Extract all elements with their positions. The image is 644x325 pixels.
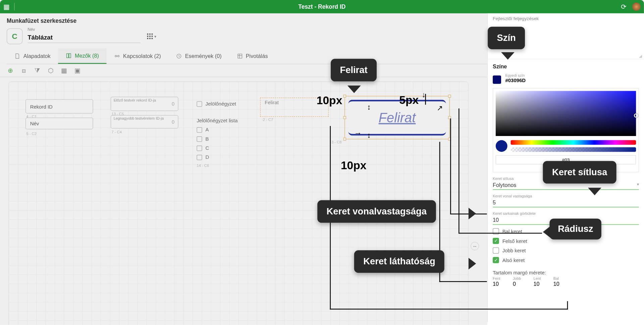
gradient-cursor[interactable]: [634, 114, 638, 118]
color-picker[interactable]: He: [493, 88, 639, 172]
name-field: Név: [28, 29, 140, 43]
svg-rect-8: [151, 38, 153, 39]
document-icon: [14, 53, 20, 59]
divider: [14, 3, 14, 10]
svg-rect-2: [151, 34, 153, 35]
callout-radiusz: Rádiusz: [549, 218, 601, 239]
window-title: Teszt - Rekord ID: [298, 3, 345, 10]
anno-line: [439, 281, 487, 282]
callout-arrow: [469, 208, 476, 219]
svg-rect-10: [69, 54, 71, 58]
warning-icon[interactable]: ⬡: [47, 67, 54, 74]
anno-line: [567, 301, 568, 310]
svg-rect-7: [149, 38, 150, 39]
checkbox-icon: [197, 101, 202, 107]
svg-rect-15: [238, 54, 242, 58]
svg-rect-3: [147, 36, 148, 37]
anno-line: [330, 309, 568, 309]
margin-title: Tartalom margó mérete:: [488, 267, 644, 277]
relations-icon: [114, 53, 120, 59]
anno-10px: 10px: [341, 159, 367, 173]
hex-value: #03096D: [505, 78, 526, 83]
field-prev-sibling[interactable]: Előző testvér rekord ID-ja 0: [111, 97, 178, 111]
hue-slider[interactable]: [511, 140, 636, 145]
anno-arrow-down: ↓: [422, 91, 425, 98]
callout-arrow: [469, 258, 476, 269]
anno-10px: 10px: [317, 94, 342, 107]
checkbox-field[interactable]: Jelölőnégyzet: [197, 101, 236, 107]
name-input[interactable]: [28, 29, 140, 43]
checkbox-icon: [493, 247, 499, 254]
margin-left[interactable]: Bal10: [553, 276, 559, 287]
name-label: Név: [28, 27, 35, 32]
crop-icon[interactable]: ⧈: [20, 67, 28, 74]
app-menu-icon[interactable]: ▦: [3, 3, 12, 11]
chevron-down-icon: ▾: [154, 34, 156, 39]
chevron-down-icon: ▾: [637, 182, 639, 188]
table-icon[interactable]: ▦: [60, 67, 67, 74]
list-item[interactable]: B: [197, 136, 209, 142]
anno-arrow-upright: ↗: [437, 104, 443, 112]
anno-5px: 5px: [399, 94, 419, 107]
svg-point-11: [115, 55, 117, 57]
border-right-check[interactable]: Jobb keret: [493, 247, 639, 254]
coord-label: 14 - C6: [197, 164, 209, 168]
fields-icon: [66, 53, 72, 59]
border-width-field[interactable]: Keret vonal vastagsága 5: [488, 192, 644, 207]
svg-rect-5: [151, 36, 153, 37]
field-record-id[interactable]: Rekord ID: [25, 99, 93, 113]
anno-line: [459, 109, 459, 234]
coord-label: ·2 - C7: [262, 118, 273, 122]
svg-point-12: [118, 55, 119, 57]
org-badge[interactable]: C: [7, 28, 22, 44]
tab-pivot[interactable]: Pivotálás: [229, 49, 275, 64]
margin-top[interactable]: Fent10: [493, 276, 500, 287]
layout-grid-button[interactable]: ▾: [145, 30, 157, 42]
pivot-icon: [236, 53, 243, 59]
component-icon[interactable]: ▣: [73, 67, 81, 74]
callout-arrow: [347, 85, 361, 93]
color-section-title: Színe: [488, 59, 644, 71]
anno-arrow-right: →: [354, 129, 362, 137]
field-oldest-sibling[interactable]: Legnagyobb testvérelem ID-ja 0: [111, 115, 178, 129]
tab-relations[interactable]: Kapcsolatok (2): [106, 49, 168, 64]
margin-right[interactable]: Jobb0: [513, 276, 521, 287]
anno-arrow-updown: ↕: [367, 131, 371, 139]
anno-line: [459, 233, 542, 234]
current-color-dot: [496, 140, 507, 152]
alpha-slider[interactable]: [511, 147, 636, 152]
coord-label: ·3 - C8: [330, 140, 342, 144]
callout-arrow: [588, 188, 601, 195]
list-item[interactable]: D: [197, 154, 209, 160]
checkbox-icon: ✓: [493, 238, 499, 244]
margin-row: Fent10 Jobb0 Lent10 Bal10: [488, 276, 644, 287]
tab-fields[interactable]: Mezők (8): [58, 48, 106, 64]
svg-rect-4: [149, 36, 150, 37]
felirat-element[interactable]: Felirat: [348, 100, 446, 136]
callout-arrow: [501, 52, 515, 60]
border-bottom-check[interactable]: ✓Alsó keret: [493, 257, 639, 263]
checkbox-icon: ✓: [493, 257, 499, 263]
tab-basic[interactable]: Alapadatok: [7, 49, 58, 64]
color-swatch-row: Egyedi szín #03096D: [488, 71, 644, 85]
margin-bottom[interactable]: Lent10: [534, 276, 541, 287]
color-gradient[interactable]: [496, 91, 636, 136]
grid-icon: [146, 32, 153, 40]
checkbox-list-label: Jelölőnégyzet lista: [197, 118, 237, 123]
panel-resize-handle[interactable]: ↔: [471, 242, 479, 250]
swatch-label: Egyedi szín: [505, 73, 526, 77]
field-nev[interactable]: Név: [25, 118, 93, 129]
reload-icon[interactable]: ⟳: [621, 3, 626, 11]
avatar[interactable]: [632, 2, 641, 11]
svg-rect-0: [147, 34, 148, 35]
svg-rect-6: [147, 38, 148, 39]
callout-keret-stilus: Keret sítlusa: [543, 161, 616, 184]
coord-label: 7 - C4: [111, 130, 122, 134]
tab-events[interactable]: Események (0): [168, 49, 229, 64]
add-icon[interactable]: ⊕: [7, 67, 14, 74]
list-item[interactable]: C: [197, 145, 209, 151]
color-swatch[interactable]: [493, 75, 501, 84]
list-item[interactable]: A: [197, 127, 209, 132]
callout-keret-vastagsag: Keret vonalvastagsága: [317, 200, 436, 223]
tag-icon[interactable]: ⧩: [34, 67, 41, 74]
